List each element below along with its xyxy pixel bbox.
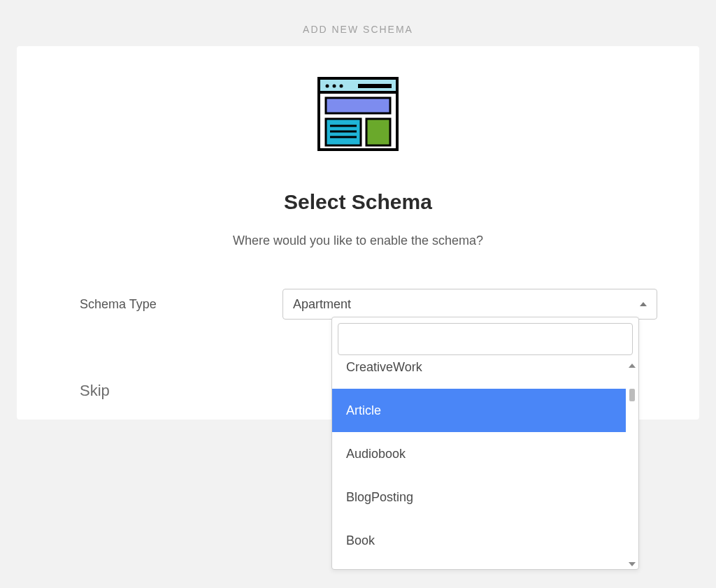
schema-type-select-button[interactable]: Apartment xyxy=(282,289,657,320)
card-title: Select Schema xyxy=(59,190,657,214)
dropdown-option-creativework-top[interactable]: CreativeWork xyxy=(332,361,626,389)
schema-type-row: Schema Type Apartment xyxy=(59,289,657,320)
scrollbar-thumb[interactable] xyxy=(629,389,635,401)
skip-button[interactable]: Skip xyxy=(59,382,110,400)
scrollbar-arrow-down-icon[interactable] xyxy=(629,562,636,566)
scrollbar-arrow-up-icon[interactable] xyxy=(629,364,636,368)
schema-type-select[interactable]: Apartment xyxy=(282,289,657,320)
svg-rect-7 xyxy=(326,98,390,113)
svg-rect-6 xyxy=(358,84,392,88)
dropdown-search-wrap xyxy=(332,317,638,361)
schema-type-selected-value: Apartment xyxy=(293,297,351,312)
card-subtitle: Where would you like to enable the schem… xyxy=(59,234,657,248)
dropdown-search-input[interactable] xyxy=(338,323,633,355)
dropdown-option-article[interactable]: Article xyxy=(332,389,626,432)
svg-point-3 xyxy=(326,85,329,88)
modal-header: ADD NEW SCHEMA xyxy=(0,0,716,35)
svg-rect-12 xyxy=(366,119,390,145)
schema-icon-wrap xyxy=(59,77,657,154)
caret-up-icon xyxy=(640,302,647,306)
dropdown-option-blogposting[interactable]: BlogPosting xyxy=(332,475,626,519)
svg-point-5 xyxy=(340,85,343,88)
dropdown-option-creativework-bottom[interactable]: CreativeWork xyxy=(332,562,626,569)
dropdown-option-book[interactable]: Book xyxy=(332,519,626,562)
dropdown-option-audiobook[interactable]: Audiobook xyxy=(332,432,626,475)
svg-point-4 xyxy=(333,85,336,88)
dropdown-scroll-inner: CreativeWork Article Audiobook BlogPosti… xyxy=(332,361,626,569)
dropdown-list: CreativeWork Article Audiobook BlogPosti… xyxy=(332,361,638,569)
schema-type-dropdown-panel: CreativeWork Article Audiobook BlogPosti… xyxy=(331,317,639,570)
webpage-layout-icon xyxy=(317,77,399,154)
schema-type-label: Schema Type xyxy=(59,297,282,312)
dropdown-scrollbar[interactable] xyxy=(627,362,637,568)
